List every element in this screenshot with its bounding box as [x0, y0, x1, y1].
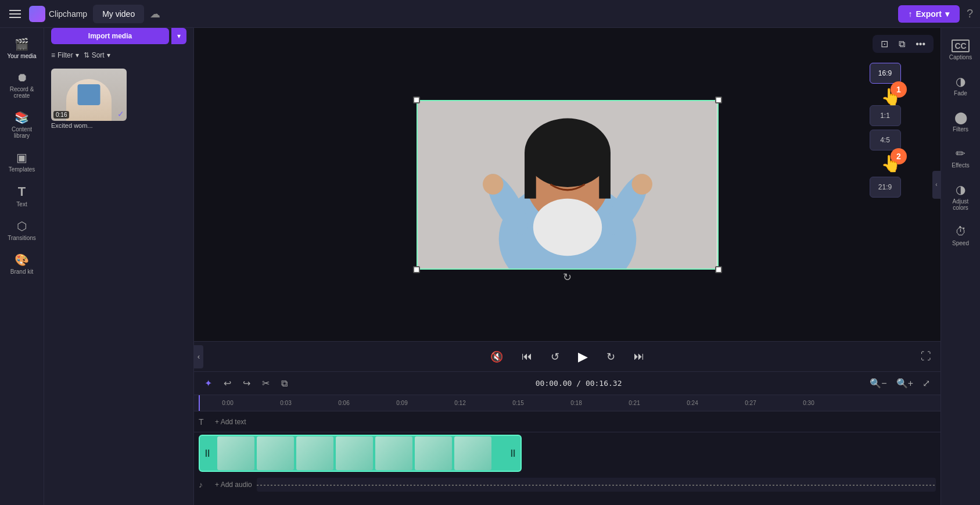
svg-point-8: [483, 174, 504, 195]
text-track-row: T + Add text: [194, 411, 940, 432]
filter-button[interactable]: ≡ Filter ▾: [51, 51, 79, 59]
help-icon[interactable]: ?: [967, 7, 973, 20]
svg-rect-6: [599, 152, 611, 198]
play-button[interactable]: ▶: [573, 347, 593, 367]
captions-icon: CC: [952, 40, 969, 52]
tool-effects-label: Effects: [952, 162, 969, 169]
video-clip[interactable]: ⏸ ⏸: [199, 435, 522, 472]
collapse-right-button[interactable]: ‹: [932, 171, 940, 199]
audio-waveform: [257, 478, 936, 492]
left-sidebar: 🎬 Your media ⏺ Record & create 📚 Content…: [0, 28, 44, 505]
sidebar-item-transitions[interactable]: ⬡ Transitions: [2, 214, 42, 246]
handle-top-left[interactable]: [413, 96, 420, 103]
hamburger-menu[interactable]: [7, 8, 23, 20]
tool-fade-label: Fade: [954, 90, 967, 96]
add-text-button[interactable]: + Add text: [215, 418, 246, 426]
import-media-button[interactable]: Import media: [51, 28, 169, 44]
aspect-ratio-4-5[interactable]: 4:5: [870, 130, 901, 151]
app-logo: Clipchamp: [29, 6, 87, 22]
zoom-in-button[interactable]: 🔍+: [893, 377, 917, 390]
frame-thumb-3: [296, 436, 333, 470]
tools-sidebar: CC Captions ◑ Fade ⬤ Filters ✏ Effects ◑…: [940, 28, 980, 505]
tool-adjust-colors[interactable]: ◑ Adjust colors: [943, 178, 978, 216]
timeline-area: ✦ ↩ ↪ ✂ ⧉ 00:00.00 / 00:16.32 🔍− 🔍+ ⤢: [194, 371, 940, 505]
tool-speed[interactable]: ⏱ Speed: [943, 220, 978, 251]
video-title-button[interactable]: My video: [93, 5, 144, 23]
frame-thumb-1: [217, 436, 254, 470]
aspect-ratio-21-9-label: 21:9: [878, 183, 892, 191]
more-options-button[interactable]: •••: [912, 37, 929, 51]
tool-fade[interactable]: ◑ Fade: [943, 70, 978, 101]
preview-video-container: ↻: [417, 100, 719, 270]
sidebar-item-record-create[interactable]: ⏺ Record & create: [2, 66, 42, 103]
sidebar-item-templates[interactable]: ▣ Templates: [2, 146, 42, 177]
zoom-out-button[interactable]: 🔍−: [866, 377, 890, 390]
record-create-icon: ⏺: [16, 71, 28, 84]
effects-icon: ✏: [956, 146, 965, 160]
sort-button[interactable]: ⇅ Sort ▾: [84, 51, 110, 59]
content-library-icon: 📚: [15, 110, 29, 124]
preview-area: ⊡ ⧉ ••• 16:9 👆 1 1:1 4:5: [194, 28, 940, 341]
magic-button[interactable]: ✦: [201, 377, 216, 390]
ruler-mark-9: 0:09: [373, 400, 431, 406]
forward-button[interactable]: ↻: [602, 348, 620, 366]
step-badge-1: 1: [891, 81, 907, 98]
crop-button[interactable]: ⊡: [877, 37, 892, 51]
fit-button[interactable]: ⤢: [919, 377, 934, 390]
main-layout: 🎬 Your media ⏺ Record & create 📚 Content…: [0, 28, 980, 505]
tool-filters[interactable]: ⬤ Filters: [943, 106, 978, 137]
media-thumb-excited-woman[interactable]: 0:16 ✓: [51, 69, 127, 121]
ruler-mark-0: 0:00: [199, 400, 257, 406]
aspect-ratio-1-1[interactable]: 1:1: [870, 105, 901, 126]
ruler-mark-12: 0:12: [431, 400, 489, 406]
sidebar-item-your-media[interactable]: 🎬 Your media: [2, 33, 42, 64]
export-button[interactable]: ↑ Export ▾: [898, 5, 960, 23]
track-frames: [200, 436, 520, 471]
handle-top-right[interactable]: [715, 96, 722, 103]
ruler-marks: 0:00 0:03 0:06 0:09 0:12 0:15 0:18 0:21 …: [199, 400, 838, 406]
timeline-time-display: 00:00.00 / 00:16.32: [296, 379, 861, 388]
timeline-ruler: 0:00 0:03 0:06 0:09 0:12 0:15 0:18 0:21 …: [194, 395, 940, 411]
preview-video: [417, 100, 719, 270]
topbar-left: Clipchamp My video ☁: [7, 5, 891, 23]
svg-point-11: [533, 198, 601, 256]
tool-captions[interactable]: CC Captions: [943, 35, 978, 65]
hide-panel-button[interactable]: ‹: [194, 345, 203, 368]
pip-button[interactable]: ⧉: [895, 37, 909, 51]
logo-icon: [29, 6, 45, 22]
aspect-ratio-21-9[interactable]: 21:9: [870, 177, 901, 198]
rotate-handle[interactable]: ↻: [563, 271, 572, 284]
import-dropdown-button[interactable]: ▾: [171, 28, 186, 44]
preview-toolbar: ⊡ ⧉ •••: [873, 35, 934, 53]
handle-bottom-right[interactable]: [715, 266, 722, 273]
export-label: Export: [916, 9, 942, 19]
rewind-button[interactable]: ↺: [546, 348, 564, 366]
redo-button[interactable]: ↪: [239, 377, 254, 390]
app-name: Clipchamp: [49, 9, 87, 19]
frame-thumb-4: [336, 436, 373, 470]
ruler-mark-24: 0:24: [663, 400, 721, 406]
undo-button[interactable]: ↩: [220, 377, 235, 390]
fullscreen-button[interactable]: ⛶: [921, 350, 931, 363]
add-audio-button[interactable]: + Add audio: [215, 481, 252, 489]
thumb-check-icon: ✓: [117, 109, 124, 119]
sidebar-label-text: Text: [16, 201, 27, 207]
clip-pause-left-button[interactable]: ⏸: [202, 447, 213, 460]
copy-button[interactable]: ⧉: [278, 377, 291, 390]
mute-button[interactable]: 🔇: [486, 348, 508, 366]
sort-label: Sort: [92, 51, 105, 59]
skip-end-button[interactable]: ⏭: [629, 348, 649, 365]
skip-start-button[interactable]: ⏮: [517, 348, 537, 365]
video-track-row: ⏸ ⏸: [194, 432, 940, 474]
tool-effects[interactable]: ✏ Effects: [943, 142, 978, 173]
clip-pause-right-button[interactable]: ⏸: [508, 447, 518, 460]
sidebar-item-brand-kit[interactable]: 🎨 Brand kit: [2, 248, 42, 280]
cut-button[interactable]: ✂: [259, 377, 273, 390]
aspect-ratio-16-9[interactable]: 16:9: [870, 63, 901, 84]
sort-icon: ⇅: [84, 51, 89, 59]
aspect-ratio-1-1-label: 1:1: [880, 112, 890, 120]
handle-bottom-left[interactable]: [413, 266, 420, 273]
sidebar-item-content-library[interactable]: 📚 Content library: [2, 106, 42, 144]
sidebar-item-text[interactable]: T Text: [2, 180, 42, 212]
total-time: 00:16.32: [586, 379, 622, 388]
